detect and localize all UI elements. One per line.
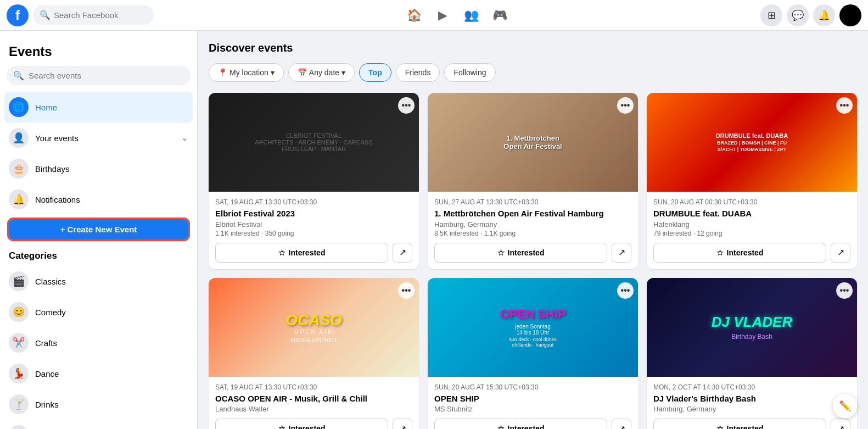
event-interest-mett: 8.5K interested · 1.1K going — [434, 230, 631, 237]
share-btn-djvlader[interactable]: ↗ — [831, 419, 850, 429]
category-crafts[interactable]: ✂️ Crafts — [4, 327, 193, 358]
event-info-ocaso: SAT, 19 AUG AT 13:30 UTC+03:30 OCASO OPE… — [209, 377, 419, 430]
sidebar-item-home-label: Home — [35, 103, 57, 112]
event-date-elbriot: SAT, 19 AUG AT 13:30 UTC+03:30 — [215, 198, 412, 206]
compose-btn[interactable]: ✏️ — [833, 394, 857, 418]
location-filter-btn[interactable]: 📍 My location ▾ — [209, 63, 284, 82]
event-info-openship: SUN, 20 AUG AT 15:30 UTC+03:30 OPEN SHIP… — [428, 377, 638, 430]
location-filter-label: My location — [229, 68, 268, 77]
category-classics[interactable]: 🎬 Classics — [4, 266, 193, 297]
notifications-btn[interactable]: 🔔 — [813, 4, 835, 26]
event-more-btn-elbriot[interactable]: ••• — [398, 97, 415, 114]
event-card-drumbule: DRUMBULE feat. DUABABRAZED | BOMSH | CIN… — [647, 93, 857, 269]
tab-friends-label: Friends — [405, 68, 431, 77]
event-more-btn-openship[interactable]: ••• — [617, 282, 634, 299]
sidebar-item-birthdays[interactable]: 🎂 Birthdays — [4, 153, 193, 184]
event-card-elbriot: ELBRIOT FESTIVALARCHITECTS · ARCH ENEMY … — [209, 93, 419, 269]
filter-bar: 📍 My location ▾ 📅 Any date ▾ Top Friends… — [209, 63, 857, 82]
event-actions-mett: ☆ Interested ↗ — [434, 243, 631, 263]
star-icon: ☆ — [278, 248, 285, 257]
event-more-btn-djvlader[interactable]: ••• — [836, 282, 853, 299]
events-grid: ELBRIOT FESTIVALARCHITECTS · ARCH ENEMY … — [209, 93, 857, 429]
gaming-nav-btn[interactable]: 🎮 — [487, 2, 513, 29]
sidebar-item-notifications[interactable]: 🔔 Notifications — [4, 184, 193, 215]
star-icon: ☆ — [278, 424, 285, 429]
event-name-elbriot: Elbriot Festival 2023 — [215, 208, 412, 219]
layout: Events 🔍 🌐 Home 👤 Your events ⌄ 🎂 Birthd… — [0, 0, 868, 429]
topnav-left: f 🔍 — [7, 4, 154, 26]
sidebar-item-notifications-label: Notifications — [35, 195, 80, 204]
tab-friends[interactable]: Friends — [396, 63, 440, 82]
sidebar-item-home[interactable]: 🌐 Home — [4, 92, 193, 122]
facebook-logo: f — [7, 4, 29, 26]
event-image-ocaso: OCASO OPEN AIR FREIER EINTRITT ••• — [209, 278, 419, 377]
interested-btn-openship[interactable]: ☆ Interested — [434, 419, 607, 429]
sidebar-search-input[interactable] — [29, 71, 184, 80]
interested-btn-elbriot[interactable]: ☆ Interested — [215, 243, 388, 263]
watch-nav-btn[interactable]: ▶ — [430, 2, 456, 29]
profile-avatar[interactable] — [839, 4, 861, 26]
event-info-mett: SUN, 27 AUG AT 13:30 UTC+03:30 1. Mettbr… — [428, 192, 638, 269]
sidebar-search[interactable]: 🔍 — [7, 66, 191, 85]
event-name-mett: 1. Mettbrötchen Open Air Festival Hambur… — [434, 208, 631, 219]
event-date-djvlader: MON, 2 OCT AT 14:30 UTC+03:30 — [653, 383, 850, 391]
event-venue-ocaso: Landhaus Walter — [215, 405, 412, 413]
interested-btn-drumbule[interactable]: ☆ Interested — [653, 243, 826, 263]
category-classics-label: Classics — [35, 277, 66, 286]
interested-btn-ocaso[interactable]: ☆ Interested — [215, 419, 388, 429]
comedy-icon: 😊 — [9, 302, 29, 322]
location-chevron-icon: ▾ — [271, 68, 275, 77]
share-btn-drumbule[interactable]: ↗ — [831, 243, 850, 263]
tab-top[interactable]: Top — [359, 63, 391, 82]
category-crafts-label: Crafts — [35, 338, 57, 348]
sidebar-item-your-events-label: Your events — [35, 133, 79, 143]
messenger-btn[interactable]: 💬 — [787, 4, 809, 26]
search-bar[interactable]: 🔍 — [33, 5, 154, 25]
category-comedy-label: Comedy — [35, 308, 66, 317]
your-events-icon: 👤 — [9, 128, 29, 148]
tab-following[interactable]: Following — [444, 63, 495, 82]
sidebar-item-your-events[interactable]: 👤 Your events ⌄ — [4, 122, 193, 153]
share-btn-ocaso[interactable]: ↗ — [393, 419, 412, 429]
event-info-djvlader: MON, 2 OCT AT 14:30 UTC+03:30 DJ Vlader'… — [647, 377, 857, 430]
calendar-icon: 📅 — [298, 68, 307, 77]
drinks-icon: 🍸 — [9, 394, 29, 414]
event-actions-djvlader: ☆ Interested ↗ — [653, 419, 850, 429]
event-date-drumbule: SUN, 20 AUG AT 00:30 UTC+03:30 — [653, 198, 850, 206]
event-card-openship: OPEN SHIP jeden Sonntag14 bis 18 Uhr sun… — [428, 278, 638, 430]
groups-nav-btn[interactable]: 👥 — [458, 2, 485, 29]
event-interest-elbriot: 1.1K interested · 350 going — [215, 230, 412, 237]
interested-btn-mett[interactable]: ☆ Interested — [434, 243, 607, 263]
event-more-btn-ocaso[interactable]: ••• — [398, 282, 415, 299]
star-icon: ☆ — [716, 424, 724, 429]
event-more-btn-mett[interactable]: ••• — [617, 97, 634, 114]
category-drinks-label: Drinks — [35, 400, 59, 409]
category-comedy[interactable]: 😊 Comedy — [4, 297, 193, 327]
apps-btn[interactable]: ⊞ — [760, 4, 782, 26]
category-fitness[interactable]: 🏋️ Fitness & workouts — [4, 420, 193, 429]
event-actions-ocaso: ☆ Interested ↗ — [215, 419, 412, 429]
create-new-event-button[interactable]: + Create New Event — [9, 219, 188, 239]
tab-top-label: Top — [368, 68, 382, 77]
event-more-btn-drumbule[interactable]: ••• — [836, 97, 853, 114]
home-nav-btn[interactable]: 🏠 — [401, 2, 428, 29]
event-name-ocaso: OCASO OPEN AIR - Musik, Grill & Chill — [215, 393, 412, 404]
event-date-mett: SUN, 27 AUG AT 13:30 UTC+03:30 — [434, 198, 631, 206]
event-venue-djvlader: Hamburg, Germany — [653, 405, 850, 413]
search-input[interactable] — [54, 10, 147, 20]
date-filter-btn[interactable]: 📅 Any date ▾ — [288, 63, 355, 82]
share-btn-elbriot[interactable]: ↗ — [393, 243, 412, 263]
share-btn-openship[interactable]: ↗ — [612, 419, 631, 429]
sidebar: Events 🔍 🌐 Home 👤 Your events ⌄ 🎂 Birthd… — [0, 31, 198, 429]
category-dance[interactable]: 💃 Dance — [4, 358, 193, 389]
topnav-right: ⊞ 💬 🔔 — [760, 4, 861, 26]
event-date-openship: SUN, 20 AUG AT 15:30 UTC+03:30 — [434, 383, 631, 391]
event-image-djvlader: DJ VLADER Birthday Bash ••• — [647, 278, 857, 377]
topnav: f 🔍 🏠 ▶ 👥 🎮 ⊞ 💬 🔔 — [0, 0, 868, 31]
discover-events-title: Discover events — [209, 42, 857, 54]
star-icon: ☆ — [497, 248, 505, 257]
share-btn-mett[interactable]: ↗ — [612, 243, 631, 263]
interested-btn-djvlader[interactable]: ☆ Interested — [653, 419, 826, 429]
category-drinks[interactable]: 🍸 Drinks — [4, 389, 193, 420]
categories-title: Categories — [4, 244, 193, 266]
